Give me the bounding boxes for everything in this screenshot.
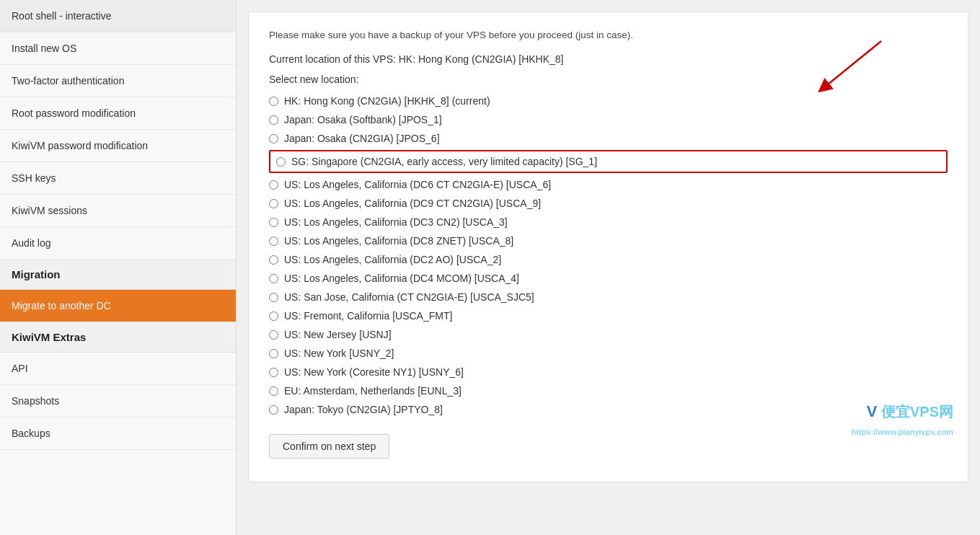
watermark-logo: V bbox=[867, 402, 878, 420]
sidebar-item-snapshots[interactable]: Snapshots bbox=[0, 385, 236, 417]
location-radio-usca9[interactable] bbox=[269, 199, 278, 208]
location-radio-usca8[interactable] bbox=[269, 236, 278, 246]
location-label-jpos1: Japan: Osaka (Softbank) [JPOS_1] bbox=[284, 114, 442, 125]
location-radio-usca4[interactable] bbox=[269, 274, 278, 283]
location-label-usca9: US: Los Angeles, California (DC9 CT CN2G… bbox=[284, 198, 541, 209]
select-location-label: Select new location: bbox=[269, 74, 948, 85]
location-item-usnj: US: New Jersey [USNJ] bbox=[269, 327, 948, 342]
sidebar: Root shell - interactive Install new OS … bbox=[0, 0, 237, 535]
location-label-usca3: US: Los Angeles, California (DC3 CN2) [U… bbox=[284, 216, 508, 228]
confirm-button[interactable]: Confirm on next step bbox=[269, 434, 389, 459]
location-label-usnj: US: New Jersey [USNJ] bbox=[284, 329, 392, 340]
location-radio-jpos6[interactable] bbox=[269, 134, 278, 143]
location-item-hkhk8: HK: Hong Kong (CN2GIA) [HKHK_8] (current… bbox=[269, 94, 948, 108]
sidebar-section-kiwivm-extras: KiwiVM Extras bbox=[0, 322, 236, 353]
migrate-content: Please make sure you have a backup of yo… bbox=[248, 12, 968, 482]
location-radio-uscafmt[interactable] bbox=[269, 311, 278, 321]
location-item-jptyo8: Japan: Tokyo (CN2GIA) [JPTYO_8] bbox=[269, 402, 948, 417]
location-item-uscasjc5: US: San Jose, California (CT CN2GIA-E) [… bbox=[269, 290, 948, 304]
location-label-uscasjc5: US: San Jose, California (CT CN2GIA-E) [… bbox=[284, 291, 534, 303]
sidebar-item-migrate-dc[interactable]: Migrate to another DC bbox=[0, 290, 236, 322]
current-location-text: Current location of this VPS: HK: Hong K… bbox=[269, 53, 948, 65]
sidebar-item-kiwivm-password[interactable]: KiwiVM password modification bbox=[0, 130, 236, 162]
main-content: Please make sure you have a backup of yo… bbox=[237, 0, 980, 535]
location-list: HK: Hong Kong (CN2GIA) [HKHK_8] (current… bbox=[269, 94, 948, 417]
location-item-jpos6: Japan: Osaka (CN2GIA) [JPOS_6] bbox=[269, 131, 948, 146]
location-label-usny6: US: New York (Coresite NY1) [USNY_6] bbox=[284, 366, 464, 378]
location-item-uscafmt: US: Fremont, California [USCA_FMT] bbox=[269, 309, 948, 323]
location-radio-hkhk8[interactable] bbox=[269, 97, 278, 106]
location-item-usca8: US: Los Angeles, California (DC8 ZNET) [… bbox=[269, 234, 948, 248]
sidebar-item-api[interactable]: API bbox=[0, 353, 236, 385]
location-radio-sg1[interactable] bbox=[276, 157, 286, 167]
watermark: V 便宜VPS网 https://www.pianyivps.com bbox=[852, 402, 953, 438]
location-label-usca2: US: Los Angeles, California (DC2 AO) [US… bbox=[284, 254, 501, 265]
location-label-eunl3: EU: Amsterdam, Netherlands [EUNL_3] bbox=[284, 385, 462, 397]
location-radio-usca6[interactable] bbox=[269, 180, 278, 190]
location-radio-uscasjc5[interactable] bbox=[269, 293, 278, 302]
location-label-jptyo8: Japan: Tokyo (CN2GIA) [JPTYO_8] bbox=[284, 404, 443, 415]
location-item-usny2: US: New York [USNY_2] bbox=[269, 346, 948, 361]
sidebar-item-kiwivm-sessions[interactable]: KiwiVM sessions bbox=[0, 195, 236, 227]
sidebar-item-install-os[interactable]: Install new OS bbox=[0, 32, 236, 65]
location-label-jpos6: Japan: Osaka (CN2GIA) [JPOS_6] bbox=[284, 133, 440, 144]
location-item-usca9: US: Los Angeles, California (DC9 CT CN2G… bbox=[269, 196, 948, 211]
location-label-sg1: SG: Singapore (CN2GIA, early access, ver… bbox=[291, 156, 597, 167]
location-item-usny6: US: New York (Coresite NY1) [USNY_6] bbox=[269, 365, 948, 379]
location-label-uscafmt: US: Fremont, California [USCA_FMT] bbox=[284, 310, 452, 322]
location-radio-usny6[interactable] bbox=[269, 368, 278, 377]
location-item-usca6: US: Los Angeles, California (DC6 CT CN2G… bbox=[269, 177, 948, 192]
location-radio-eunl3[interactable] bbox=[269, 386, 278, 396]
watermark-sub: https://www.pianyivps.com bbox=[852, 428, 953, 436]
sidebar-item-backups[interactable]: Backups bbox=[0, 417, 236, 450]
watermark-text: 便宜VPS网 bbox=[881, 404, 953, 420]
location-radio-usnj[interactable] bbox=[269, 330, 278, 340]
notice-text: Please make sure you have a backup of yo… bbox=[269, 30, 948, 40]
sidebar-item-audit-log[interactable]: Audit log bbox=[0, 227, 236, 260]
location-label-usca4: US: Los Angeles, California (DC4 MCOM) [… bbox=[284, 273, 519, 284]
location-label-hkhk8: HK: Hong Kong (CN2GIA) [HKHK_8] (current… bbox=[284, 95, 490, 107]
location-item-sg1: SG: Singapore (CN2GIA, early access, ver… bbox=[269, 150, 948, 173]
location-label-usny2: US: New York [USNY_2] bbox=[284, 348, 394, 359]
location-label-usca6: US: Los Angeles, California (DC6 CT CN2G… bbox=[284, 179, 551, 190]
location-label-usca8: US: Los Angeles, California (DC8 ZNET) [… bbox=[284, 235, 513, 247]
location-radio-usca3[interactable] bbox=[269, 218, 278, 227]
location-item-usca4: US: Los Angeles, California (DC4 MCOM) [… bbox=[269, 271, 948, 286]
location-item-eunl3: EU: Amsterdam, Netherlands [EUNL_3] bbox=[269, 384, 948, 398]
location-radio-jptyo8[interactable] bbox=[269, 405, 278, 415]
location-item-jpos1: Japan: Osaka (Softbank) [JPOS_1] bbox=[269, 112, 948, 127]
sidebar-item-two-factor[interactable]: Two-factor authentication bbox=[0, 65, 236, 97]
sidebar-item-root-password[interactable]: Root password modification bbox=[0, 97, 236, 130]
location-item-usca2: US: Los Angeles, California (DC2 AO) [US… bbox=[269, 252, 948, 267]
sidebar-section-migration: Migration bbox=[0, 260, 236, 290]
sidebar-item-root-shell[interactable]: Root shell - interactive bbox=[0, 0, 236, 32]
location-radio-usca2[interactable] bbox=[269, 255, 278, 265]
sidebar-item-ssh-keys[interactable]: SSH keys bbox=[0, 162, 236, 195]
location-radio-jpos1[interactable] bbox=[269, 115, 278, 125]
location-item-usca3: US: Los Angeles, California (DC3 CN2) [U… bbox=[269, 215, 948, 229]
location-radio-usny2[interactable] bbox=[269, 349, 278, 358]
